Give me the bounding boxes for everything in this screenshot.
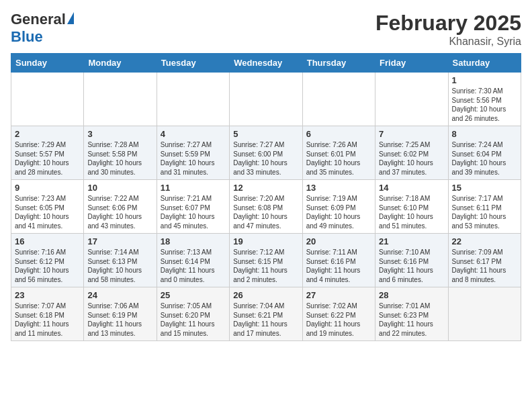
day-info: Sunrise: 7:18 AM Sunset: 6:10 PM Dayligh… bbox=[379, 194, 444, 230]
weekday-header-wednesday: Wednesday bbox=[230, 54, 302, 73]
day-info: Sunrise: 7:21 AM Sunset: 6:07 PM Dayligh… bbox=[161, 194, 226, 230]
calendar-cell bbox=[302, 73, 375, 126]
day-info: Sunrise: 7:19 AM Sunset: 6:09 PM Dayligh… bbox=[306, 194, 371, 230]
logo-blue-text: Blue bbox=[11, 28, 43, 46]
day-info: Sunrise: 7:29 AM Sunset: 5:57 PM Dayligh… bbox=[15, 140, 80, 177]
weekday-header-saturday: Saturday bbox=[448, 54, 521, 73]
day-info: Sunrise: 7:14 AM Sunset: 6:13 PM Dayligh… bbox=[87, 248, 152, 284]
calendar-cell: 15Sunrise: 7:17 AM Sunset: 6:11 PM Dayli… bbox=[448, 180, 521, 234]
calendar-week-row: 1Sunrise: 7:30 AM Sunset: 5:56 PM Daylig… bbox=[11, 73, 521, 126]
weekday-header-tuesday: Tuesday bbox=[157, 54, 229, 73]
day-number: 6 bbox=[306, 129, 371, 139]
day-number: 9 bbox=[15, 183, 80, 193]
day-number: 2 bbox=[15, 129, 80, 139]
logo-general-text: General bbox=[11, 11, 66, 28]
calendar-table: SundayMondayTuesdayWednesdayThursdayFrid… bbox=[11, 53, 521, 341]
calendar-week-row: 9Sunrise: 7:23 AM Sunset: 6:05 PM Daylig… bbox=[11, 180, 521, 234]
day-number: 18 bbox=[161, 236, 226, 246]
day-number: 8 bbox=[452, 129, 517, 139]
day-number: 20 bbox=[306, 236, 371, 246]
calendar-cell: 2Sunrise: 7:29 AM Sunset: 5:57 PM Daylig… bbox=[11, 126, 84, 180]
day-info: Sunrise: 7:05 AM Sunset: 6:20 PM Dayligh… bbox=[161, 302, 226, 338]
day-info: Sunrise: 7:12 AM Sunset: 6:15 PM Dayligh… bbox=[233, 248, 298, 284]
calendar-cell: 28Sunrise: 7:01 AM Sunset: 6:23 PM Dayli… bbox=[375, 287, 448, 341]
calendar-cell bbox=[230, 73, 302, 126]
calendar-cell: 6Sunrise: 7:26 AM Sunset: 6:01 PM Daylig… bbox=[302, 126, 375, 180]
location-subtitle: Khanasir, Syria bbox=[375, 36, 521, 48]
calendar-cell: 12Sunrise: 7:20 AM Sunset: 6:08 PM Dayli… bbox=[230, 180, 302, 234]
day-info: Sunrise: 7:22 AM Sunset: 6:06 PM Dayligh… bbox=[87, 194, 152, 230]
day-info: Sunrise: 7:13 AM Sunset: 6:14 PM Dayligh… bbox=[161, 248, 226, 284]
day-info: Sunrise: 7:09 AM Sunset: 6:17 PM Dayligh… bbox=[452, 248, 517, 284]
calendar-cell: 20Sunrise: 7:11 AM Sunset: 6:16 PM Dayli… bbox=[302, 234, 375, 287]
title-block: February 2025 Khanasir, Syria bbox=[375, 11, 521, 48]
day-info: Sunrise: 7:10 AM Sunset: 6:16 PM Dayligh… bbox=[379, 248, 444, 284]
month-year-title: February 2025 bbox=[375, 11, 521, 36]
day-info: Sunrise: 7:27 AM Sunset: 5:59 PM Dayligh… bbox=[161, 140, 226, 177]
calendar-cell bbox=[11, 73, 84, 126]
calendar-cell bbox=[375, 73, 448, 126]
day-info: Sunrise: 7:07 AM Sunset: 6:18 PM Dayligh… bbox=[15, 302, 80, 338]
calendar-cell: 17Sunrise: 7:14 AM Sunset: 6:13 PM Dayli… bbox=[84, 234, 157, 287]
calendar-cell: 21Sunrise: 7:10 AM Sunset: 6:16 PM Dayli… bbox=[375, 234, 448, 287]
day-number: 10 bbox=[87, 183, 152, 193]
calendar-cell: 7Sunrise: 7:25 AM Sunset: 6:02 PM Daylig… bbox=[375, 126, 448, 180]
day-info: Sunrise: 7:25 AM Sunset: 6:02 PM Dayligh… bbox=[379, 140, 444, 177]
calendar-cell: 10Sunrise: 7:22 AM Sunset: 6:06 PM Dayli… bbox=[84, 180, 157, 234]
day-info: Sunrise: 7:24 AM Sunset: 6:04 PM Dayligh… bbox=[452, 140, 517, 177]
day-info: Sunrise: 7:28 AM Sunset: 5:58 PM Dayligh… bbox=[87, 140, 152, 177]
weekday-header-thursday: Thursday bbox=[302, 54, 375, 73]
day-number: 28 bbox=[379, 290, 444, 300]
calendar-cell: 13Sunrise: 7:19 AM Sunset: 6:09 PM Dayli… bbox=[302, 180, 375, 234]
day-info: Sunrise: 7:16 AM Sunset: 6:12 PM Dayligh… bbox=[15, 248, 80, 284]
day-number: 21 bbox=[379, 236, 444, 246]
day-number: 19 bbox=[233, 236, 298, 246]
calendar-cell: 27Sunrise: 7:02 AM Sunset: 6:22 PM Dayli… bbox=[302, 287, 375, 341]
calendar-week-row: 16Sunrise: 7:16 AM Sunset: 6:12 PM Dayli… bbox=[11, 234, 521, 287]
calendar-cell bbox=[448, 287, 521, 341]
calendar-cell bbox=[84, 73, 157, 126]
day-number: 27 bbox=[306, 290, 371, 300]
calendar-cell: 11Sunrise: 7:21 AM Sunset: 6:07 PM Dayli… bbox=[157, 180, 229, 234]
calendar-cell: 8Sunrise: 7:24 AM Sunset: 6:04 PM Daylig… bbox=[448, 126, 521, 180]
calendar-cell: 25Sunrise: 7:05 AM Sunset: 6:20 PM Dayli… bbox=[157, 287, 229, 341]
day-number: 15 bbox=[452, 183, 517, 193]
calendar-cell: 9Sunrise: 7:23 AM Sunset: 6:05 PM Daylig… bbox=[11, 180, 84, 234]
calendar-cell: 14Sunrise: 7:18 AM Sunset: 6:10 PM Dayli… bbox=[375, 180, 448, 234]
calendar-week-row: 23Sunrise: 7:07 AM Sunset: 6:18 PM Dayli… bbox=[11, 287, 521, 341]
weekday-header-friday: Friday bbox=[375, 54, 448, 73]
logo-triangle-icon bbox=[67, 12, 74, 24]
day-info: Sunrise: 7:20 AM Sunset: 6:08 PM Dayligh… bbox=[233, 194, 298, 230]
day-number: 23 bbox=[15, 290, 80, 300]
day-number: 12 bbox=[233, 183, 298, 193]
weekday-header-monday: Monday bbox=[84, 54, 157, 73]
weekday-header-sunday: Sunday bbox=[11, 54, 84, 73]
day-info: Sunrise: 7:30 AM Sunset: 5:56 PM Dayligh… bbox=[452, 87, 517, 123]
calendar-cell bbox=[157, 73, 229, 126]
day-info: Sunrise: 7:26 AM Sunset: 6:01 PM Dayligh… bbox=[306, 140, 371, 177]
day-number: 24 bbox=[87, 290, 152, 300]
day-info: Sunrise: 7:06 AM Sunset: 6:19 PM Dayligh… bbox=[87, 302, 152, 338]
calendar-cell: 24Sunrise: 7:06 AM Sunset: 6:19 PM Dayli… bbox=[84, 287, 157, 341]
day-number: 7 bbox=[379, 129, 444, 139]
day-number: 16 bbox=[15, 236, 80, 246]
day-number: 5 bbox=[233, 129, 298, 139]
day-number: 22 bbox=[452, 236, 517, 246]
day-info: Sunrise: 7:11 AM Sunset: 6:16 PM Dayligh… bbox=[306, 248, 371, 284]
day-number: 17 bbox=[87, 236, 152, 246]
calendar-cell: 18Sunrise: 7:13 AM Sunset: 6:14 PM Dayli… bbox=[157, 234, 229, 287]
day-info: Sunrise: 7:01 AM Sunset: 6:23 PM Dayligh… bbox=[379, 302, 444, 338]
day-number: 14 bbox=[379, 183, 444, 193]
day-number: 11 bbox=[161, 183, 226, 193]
calendar-cell: 5Sunrise: 7:27 AM Sunset: 6:00 PM Daylig… bbox=[230, 126, 302, 180]
day-number: 1 bbox=[452, 75, 517, 85]
calendar-cell: 4Sunrise: 7:27 AM Sunset: 5:59 PM Daylig… bbox=[157, 126, 229, 180]
calendar-cell: 3Sunrise: 7:28 AM Sunset: 5:58 PM Daylig… bbox=[84, 126, 157, 180]
day-number: 13 bbox=[306, 183, 371, 193]
logo: General Blue bbox=[11, 11, 74, 46]
calendar-cell: 19Sunrise: 7:12 AM Sunset: 6:15 PM Dayli… bbox=[230, 234, 302, 287]
day-info: Sunrise: 7:27 AM Sunset: 6:00 PM Dayligh… bbox=[233, 140, 298, 177]
day-number: 3 bbox=[87, 129, 152, 139]
day-number: 25 bbox=[161, 290, 226, 300]
calendar-cell: 16Sunrise: 7:16 AM Sunset: 6:12 PM Dayli… bbox=[11, 234, 84, 287]
